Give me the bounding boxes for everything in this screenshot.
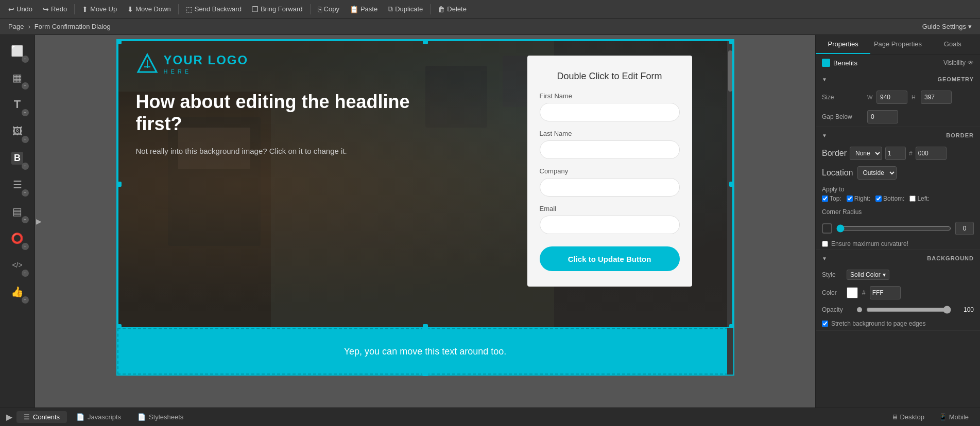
tab-javascripts[interactable]: 📄 Javascripts — [69, 411, 128, 423]
form-overlay[interactable]: Double Click to Edit Form First Name Las… — [527, 56, 692, 287]
bg-style-select[interactable]: Solid Color ▾ — [847, 270, 889, 280]
sidebar-tool-thumb[interactable]: 👍 + — [5, 280, 30, 305]
first-name-input[interactable] — [540, 103, 680, 121]
apply-top-item: Top: — [822, 195, 841, 202]
tab-contents[interactable]: ☰ Contents — [16, 411, 67, 423]
visibility-toggle[interactable]: Visibility 👁 — [943, 59, 974, 66]
sidebar-tool-shape[interactable]: ⭕ + — [5, 226, 30, 251]
apply-right-checkbox[interactable] — [847, 196, 853, 202]
corner-radius-label: Corner Radius — [822, 208, 863, 216]
sidebar-tool-section[interactable]: ▤ + — [5, 200, 30, 224]
opacity-slider[interactable] — [866, 306, 951, 314]
geometry-section: ▼ GEOMETRY Size W H Gap Below — [816, 71, 980, 127]
breadcrumb-bar: Page › Form Confirmation Dialog Guide Se… — [0, 19, 980, 35]
tab-page-properties[interactable]: Page Properties — [870, 35, 925, 54]
corner-icon — [822, 223, 832, 234]
thumb-badge: + — [22, 296, 29, 304]
email-input[interactable] — [540, 216, 680, 234]
location-select[interactable]: Outside — [857, 166, 897, 180]
hero-content: How about editing the headline first? No… — [117, 75, 456, 173]
eye-icon: 👁 — [968, 59, 974, 66]
sidebar-collapse-arrow[interactable]: ▶ — [36, 217, 42, 225]
blue-strip[interactable]: Yep, you can move this text around too. — [117, 328, 733, 375]
height-input[interactable] — [921, 91, 952, 104]
stretch-label: Stretch background to page edges — [831, 320, 925, 327]
bg-color-row: Color # — [816, 283, 980, 303]
hero-headline[interactable]: How about editing the headline first? — [136, 91, 438, 135]
border-style-select[interactable]: None — [850, 147, 882, 160]
sidebar-tool-text[interactable]: T + — [5, 93, 30, 117]
apply-top-checkbox[interactable] — [822, 196, 828, 202]
bring-forward-button[interactable]: ❒ Bring Forward — [248, 3, 307, 15]
select-icon: ⬜ — [11, 45, 24, 57]
code-icon: </> — [12, 261, 22, 269]
width-input[interactable] — [876, 91, 907, 104]
canvas-area[interactable]: ▶ — [35, 35, 815, 407]
canvas-scrollbar[interactable] — [727, 40, 733, 375]
bottom-tabs: ▶ ☰ Contents 📄 Javascripts 📄 Stylesheets… — [0, 407, 980, 426]
mobile-button[interactable]: 📱 Mobile — [934, 411, 974, 423]
border-label: BORDER — [946, 132, 974, 138]
sidebar-tool-list[interactable]: ☰ + — [5, 173, 30, 198]
desktop-button[interactable]: 🖥 Desktop — [886, 411, 930, 423]
form-first-name-field: First Name — [540, 92, 680, 121]
apply-left-checkbox[interactable] — [909, 196, 916, 202]
section-icon: ▤ — [12, 205, 22, 218]
bring-forward-label: Bring Forward — [261, 5, 303, 13]
bottom-arrow[interactable]: ▶ — [6, 412, 12, 422]
copy-button[interactable]: ⎘ Copy — [314, 3, 343, 15]
sidebar-tool-code[interactable]: </> + — [5, 253, 30, 278]
toolbar: ↩ Undo ↪ Redo ⬆ Move Up ⬇ Move Down ⬚ Se… — [0, 0, 980, 19]
hero-body[interactable]: Not really into this background image? C… — [136, 145, 438, 157]
form-submit-button[interactable]: Click to Update Button — [540, 246, 680, 271]
gap-input[interactable] — [867, 110, 898, 123]
apply-bottom-checkbox[interactable] — [875, 196, 882, 202]
company-input[interactable] — [540, 178, 680, 197]
guide-settings-button[interactable]: Guide Settings ▾ — [922, 23, 972, 30]
move-down-button[interactable]: ⬇ Move Down — [123, 3, 175, 15]
border-header[interactable]: ▼ BORDER — [816, 127, 980, 144]
main-area: ⬜ + ▦ + T + 🖼 + B + ☰ + ▤ + ⭕ + — [0, 35, 980, 407]
corner-radius-slider[interactable] — [836, 224, 951, 233]
move-up-label: Move Up — [90, 5, 117, 13]
color-swatch[interactable] — [847, 287, 858, 298]
divider-1 — [74, 4, 75, 14]
border-color-input[interactable] — [916, 147, 947, 160]
paste-button[interactable]: 📋 Paste — [346, 3, 382, 15]
border-style-row: Border None # — [816, 144, 980, 163]
page-link[interactable]: Page — [8, 23, 24, 30]
sidebar-tool-pattern[interactable]: ▦ + — [5, 66, 30, 91]
hex-input[interactable] — [870, 286, 901, 299]
stretch-checkbox[interactable] — [822, 321, 828, 327]
redo-icon: ↪ — [43, 5, 49, 13]
undo-button[interactable]: ↩ Undo — [4, 3, 37, 15]
tab-goals[interactable]: Goals — [925, 35, 980, 54]
sidebar-tool-image[interactable]: 🖼 + — [5, 119, 30, 144]
strip-handle-bottom[interactable] — [422, 370, 428, 376]
duplicate-icon: ⧉ — [388, 5, 393, 13]
border-width-input[interactable] — [885, 147, 906, 160]
tab-properties[interactable]: Properties — [816, 35, 870, 54]
strip-handle-top[interactable] — [422, 327, 428, 333]
geometry-header[interactable]: ▼ GEOMETRY — [816, 71, 980, 87]
hero-section[interactable]: YOUR LOGO HERE How about editing the hea… — [117, 40, 733, 328]
ensure-curvature-checkbox[interactable] — [822, 241, 828, 247]
mobile-icon: 📱 — [939, 413, 947, 421]
background-header[interactable]: ▼ BACKGROUND — [816, 250, 980, 267]
apply-bottom-label: Bottom: — [883, 195, 904, 202]
move-up-button[interactable]: ⬆ Move Up — [78, 3, 121, 15]
duplicate-button[interactable]: ⧉ Duplicate — [384, 3, 427, 15]
divider-2 — [178, 4, 179, 14]
sidebar-tool-select[interactable]: ⬜ + — [5, 39, 30, 64]
tab-stylesheets[interactable]: 📄 Stylesheets — [130, 411, 191, 423]
corner-radius-input[interactable] — [955, 222, 974, 235]
apply-to-label: Apply to — [822, 186, 974, 193]
redo-button[interactable]: ↪ Redo — [39, 3, 71, 15]
last-name-input[interactable] — [540, 140, 680, 159]
delete-button[interactable]: 🗑 Delete — [434, 3, 471, 15]
copy-label: Copy — [324, 5, 339, 13]
blue-strip-text[interactable]: Yep, you can move this text around too. — [344, 346, 507, 357]
sidebar-tool-widget[interactable]: B + — [5, 146, 30, 171]
send-backward-button[interactable]: ⬚ Send Backward — [182, 3, 246, 15]
opacity-row: Opacity 100 — [816, 303, 980, 317]
